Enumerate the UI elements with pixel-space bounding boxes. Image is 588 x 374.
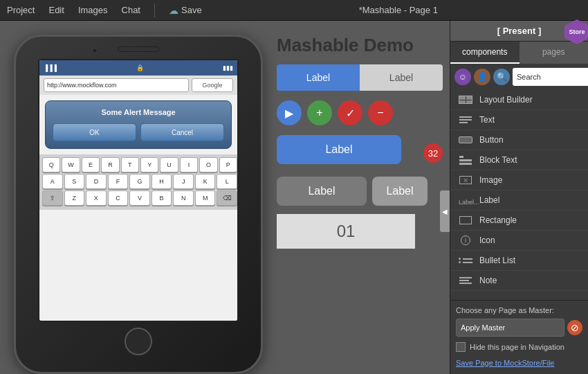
key-k[interactable]: K [195,174,216,189]
icon-plus-btn[interactable]: + [307,100,332,125]
phone-outer: ▐▐▐ 🔒 ▮▮▮ http://www.mockflow.com Google… [14,35,263,374]
phone-speaker [118,46,159,52]
key-w[interactable]: W [62,157,80,172]
signal-bars: ▐▐▐ [44,64,57,71]
url-input[interactable]: http://www.mockflow.com [44,78,189,92]
key-j[interactable]: J [173,174,194,189]
comp-rectangle-label: Rectangle [479,215,517,225]
layout-builder-icon [457,94,474,105]
main-layout: ▐▐▐ 🔒 ▮▮▮ http://www.mockflow.com Google… [0,21,588,374]
label-btn-1[interactable]: Label [277,135,401,164]
comp-layout-builder[interactable]: Layout Builder [450,90,588,110]
search-input[interactable] [513,68,588,86]
magnify-icon: 🔍 [497,72,507,82]
separator [154,3,155,17]
key-c[interactable]: C [108,190,129,206]
label-btn1-row: Label 32 [277,135,443,171]
icon-check-btn[interactable]: ✓ [338,100,362,125]
label-btn-3[interactable]: Label [372,177,428,206]
cancel-button[interactable]: Cancel [140,123,224,141]
store-badge[interactable]: Store [564,19,588,44]
alert-message: Some Alert Message [53,108,224,116]
button-icon [457,134,474,145]
google-button[interactable]: Google [192,78,233,92]
key-p[interactable]: P [219,157,237,172]
icon-minus-btn[interactable]: − [368,100,393,125]
key-u[interactable]: U [160,157,178,172]
save-label: Save [181,5,202,15]
keyboard-row-1: Q W E R T Y U I O P [42,157,237,172]
purple-icon-btn[interactable]: ☺ [454,69,471,85]
key-backspace[interactable]: ⌫ [217,190,237,206]
key-y[interactable]: Y [140,157,158,172]
key-r[interactable]: R [101,157,119,172]
comp-image[interactable]: ✕ Image [450,170,588,190]
label-btn-2[interactable]: Label [277,177,367,206]
panel-icon-buttons: ☺ 👤 🔍 [454,69,510,85]
key-m[interactable]: M [195,190,216,206]
rectangle-icon [457,215,474,226]
save-button[interactable]: ☁ Save [169,5,202,16]
keyboard-row-3: ⇧ Z X C V B N M ⌫ [42,190,237,206]
page-title: *Mashable - Page 1 [216,5,581,15]
key-s[interactable]: S [64,174,85,189]
key-q[interactable]: Q [42,157,60,172]
key-g[interactable]: G [129,174,150,189]
key-z[interactable]: Z [64,190,85,206]
save-page-link[interactable]: Save Page to MockStore/File [456,359,554,367]
search-icon-btn[interactable]: 🔍 [493,69,510,85]
panel-search-area: ☺ 👤 🔍 ▼ [450,64,588,90]
apply-master-input[interactable] [456,319,564,337]
hide-nav-row: Hide this page in Navigation [456,342,582,352]
image-icon: ✕ [457,175,474,186]
comp-icon-label: Icon [479,235,495,245]
edit-menu[interactable]: Edit [48,5,64,15]
project-menu[interactable]: Project [7,5,35,15]
block-text-icon [457,154,474,166]
comp-block-text[interactable]: Block Text [450,150,588,170]
key-i[interactable]: I [180,157,198,172]
comp-text[interactable]: Text [450,110,588,130]
key-o[interactable]: O [199,157,217,172]
person-icon: 👤 [477,72,488,82]
ok-button[interactable]: OK [53,123,136,141]
comp-label[interactable]: Label... Label [450,190,588,211]
key-l[interactable]: L [217,174,237,189]
hide-nav-checkbox[interactable] [456,342,466,352]
comp-button[interactable]: Button [450,130,588,150]
key-b[interactable]: B [151,190,172,206]
tab-label-inactive[interactable]: Label [360,64,443,91]
master-input-row: ⊘ [456,319,582,337]
key-a[interactable]: A [42,174,63,189]
comp-icon[interactable]: i Icon [450,231,588,251]
toolbar: Project Edit Images Chat ☁ Save *Mashabl… [0,0,588,21]
chat-menu[interactable]: Chat [122,5,140,15]
key-v[interactable]: V [129,190,150,206]
comp-bullet-list[interactable]: Bullet List [450,251,588,271]
images-menu[interactable]: Images [78,5,108,15]
comp-note[interactable]: Note [450,271,588,291]
key-h[interactable]: H [151,174,172,189]
key-t[interactable]: T [121,157,139,172]
key-x[interactable]: X [86,190,107,206]
key-n[interactable]: N [173,190,194,206]
master-no-button[interactable]: ⊘ [567,320,582,335]
key-f[interactable]: F [108,174,129,189]
comp-layout-builder-label: Layout Builder [479,95,533,105]
demo-tabs: Label Label [277,64,443,91]
key-e[interactable]: E [82,157,100,172]
panel-collapse-handle[interactable]: ◀ [440,190,450,232]
demo-number-block: 01 [277,214,415,249]
brown-icon-btn[interactable]: 👤 [474,69,490,85]
phone-home-button[interactable] [125,328,152,355]
note-icon [457,275,474,286]
comp-rectangle[interactable]: Rectangle [450,211,588,231]
phone-camera [92,48,98,53]
tab-pages[interactable]: pages [520,42,589,64]
icon-arrow-btn[interactable]: ▶ [277,100,302,125]
tab-components[interactable]: components [450,42,520,64]
key-d[interactable]: D [86,174,107,189]
tab-label-active[interactable]: Label [277,64,360,91]
demo-icon-row: ▶ + ✓ − [277,100,443,125]
key-shift[interactable]: ⇧ [42,190,63,206]
